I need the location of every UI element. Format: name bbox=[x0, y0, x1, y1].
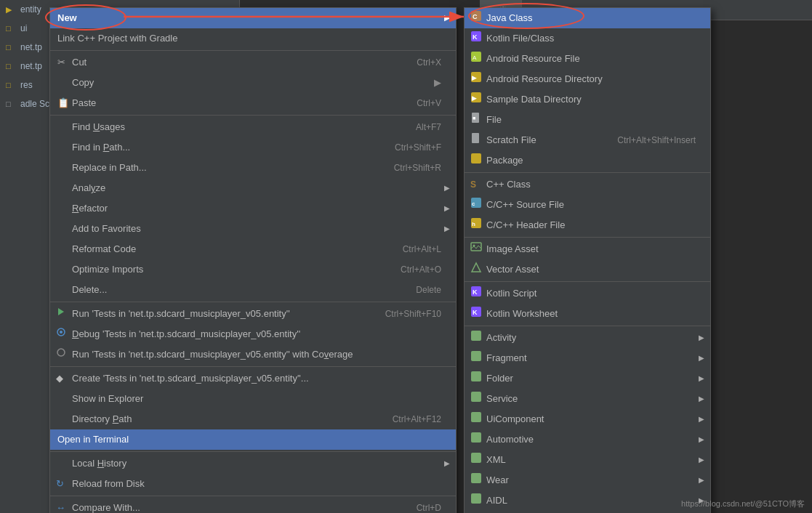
file-icon: ■ bbox=[470, 112, 482, 129]
kotlin-script-icon: K bbox=[470, 286, 482, 302]
submenu-item-cpp-source[interactable]: c C/C++ Source File bbox=[465, 195, 710, 215]
separator-6 bbox=[50, 496, 456, 496]
submenu-item-sample-data[interactable]: ▶ Sample Data Directory bbox=[465, 89, 710, 110]
submenu-label-kotlin-worksheet: Kotlin Worksheet bbox=[486, 306, 558, 322]
submenu-item-activity[interactable]: Activity bbox=[465, 328, 710, 348]
xml-icon bbox=[470, 452, 482, 469]
menu-label-compare: Compare With... bbox=[72, 500, 140, 513]
submenu-item-java-class[interactable]: C Java Class bbox=[465, 8, 710, 28]
menu-label-debug: Debug 'Tests in 'net.tp.sdcard_musicplay… bbox=[72, 326, 300, 342]
menu-item-open-terminal[interactable]: Open in Terminal bbox=[50, 429, 456, 450]
svg-text:K: K bbox=[473, 33, 478, 41]
menu-item-add-favorites[interactable]: Add to Favorites bbox=[50, 219, 456, 239]
menu-item-cut[interactable]: ✂ Cut Ctrl+X bbox=[50, 52, 456, 73]
menu-item-replace-path[interactable]: Replace in Path... Ctrl+Shift+R bbox=[50, 158, 456, 178]
menu-item-compare[interactable]: ↔ Compare With... Ctrl+D bbox=[50, 498, 456, 513]
submenu-label-file: File bbox=[486, 112, 502, 128]
submenu-label-android-resource-file: Android Resource File bbox=[486, 51, 580, 67]
submenu-item-aidl[interactable]: AIDL bbox=[465, 490, 710, 511]
cut-shortcut: Ctrl+X bbox=[387, 54, 441, 70]
submenu-item-service[interactable]: Service bbox=[465, 389, 710, 409]
submenu-item-folder[interactable]: Folder bbox=[465, 368, 710, 389]
submenu-item-kotlin-worksheet[interactable]: K Kotlin Worksheet bbox=[465, 304, 710, 324]
folder-icon-net2: □ bbox=[6, 58, 17, 74]
menu-item-new[interactable]: New bbox=[50, 8, 456, 28]
submenu-item-image-asset[interactable]: Image Asset bbox=[465, 239, 710, 259]
submenu-item-kotlin-script[interactable]: K Kotlin Script bbox=[465, 283, 710, 304]
menu-item-dir-path[interactable]: Directory Path Ctrl+Alt+F12 bbox=[50, 409, 456, 429]
menu-item-find-usages[interactable]: Find Usages Alt+F7 bbox=[50, 117, 456, 137]
submenu-item-vector-asset[interactable]: Vector Asset bbox=[465, 259, 710, 280]
submenu-label-activity: Activity bbox=[486, 330, 516, 346]
submenu-item-scratch-file[interactable]: Scratch File Ctrl+Alt+Shift+Insert bbox=[465, 130, 710, 150]
submenu-label-cpp-header: C/C++ Header File bbox=[486, 217, 565, 233]
submenu-label-cpp-source: C/C++ Source File bbox=[486, 197, 564, 213]
android-res-file-icon: A bbox=[470, 51, 482, 68]
submenu-item-kotlin-file[interactable]: K Kotlin File/Class bbox=[465, 28, 710, 49]
scratch-file-icon bbox=[470, 132, 482, 149]
submenu-item-automotive[interactable]: Automotive bbox=[465, 429, 710, 450]
submenu-item-wear[interactable]: Wear bbox=[465, 470, 710, 490]
menu-item-find-path[interactable]: Find in Path... Ctrl+Shift+F bbox=[50, 137, 456, 158]
separator-1 bbox=[50, 50, 456, 51]
paste-shortcut: Ctrl+V bbox=[387, 95, 441, 111]
submenu-item-cpp-header[interactable]: h C/C++ Header File bbox=[465, 215, 710, 235]
reload-icon: ↻ bbox=[56, 476, 64, 492]
reformat-shortcut: Ctrl+Alt+L bbox=[374, 241, 441, 257]
menu-item-optimize[interactable]: Optimize Imports Ctrl+Alt+O bbox=[50, 259, 456, 280]
menu-item-show-explorer[interactable]: Show in Explorer bbox=[50, 389, 456, 409]
folder-icon-res: □ bbox=[6, 77, 17, 93]
separator-4 bbox=[50, 366, 456, 367]
delete-shortcut: Delete bbox=[387, 282, 441, 298]
submenu-item-uicomponent[interactable]: UiComponent bbox=[465, 409, 710, 429]
menu-item-refactor[interactable]: Refactor bbox=[50, 198, 456, 219]
svg-rect-30 bbox=[471, 371, 481, 381]
submenu-item-fragment[interactable]: Fragment bbox=[465, 348, 710, 368]
menu-item-local-history[interactable]: Local History bbox=[50, 453, 456, 474]
menu-item-run-coverage[interactable]: Run 'Tests in 'net.tp.sdcard_musicplayer… bbox=[50, 344, 456, 365]
optimize-shortcut: Ctrl+Alt+O bbox=[371, 262, 441, 278]
menu-item-create-tests[interactable]: ◆ Create 'Tests in 'net.tp.sdcard_musicp… bbox=[50, 368, 456, 389]
submenu-label-java-class: Java Class bbox=[486, 10, 533, 26]
submenu-item-package[interactable]: Package bbox=[465, 150, 710, 171]
submenu-item-cpp-class[interactable]: S C++ Class bbox=[465, 174, 710, 195]
menu-label-run: Run 'Tests in 'net.tp.sdcard_musicplayer… bbox=[72, 306, 290, 322]
svg-text:K: K bbox=[473, 288, 478, 296]
submenu-item-android-resource-file[interactable]: A Android Resource File bbox=[465, 49, 710, 69]
submenu-label-image-asset: Image Asset bbox=[486, 241, 539, 257]
svg-text:h: h bbox=[472, 221, 475, 227]
java-class-icon: C bbox=[470, 10, 482, 27]
sub-sep-1 bbox=[465, 172, 710, 173]
cpp-source-icon: c bbox=[470, 197, 482, 214]
wear-icon bbox=[470, 472, 482, 489]
submenu-item-file[interactable]: ■ File bbox=[465, 110, 710, 130]
activity-icon bbox=[470, 330, 482, 347]
automotive-icon bbox=[470, 432, 482, 448]
svg-rect-17 bbox=[471, 153, 481, 163]
menu-label-find-usages: Find Usages bbox=[72, 119, 125, 135]
menu-item-copy[interactable]: Copy ▶ bbox=[50, 73, 456, 93]
submenu: C Java Class K Kotlin File/Class A Andro… bbox=[464, 7, 711, 513]
menu-item-reformat[interactable]: Reformat Code Ctrl+Alt+L bbox=[50, 239, 456, 259]
menu-item-link-cpp[interactable]: Link C++ Project with Gradle bbox=[50, 28, 456, 49]
coverage-icon bbox=[56, 347, 66, 363]
menu-item-run[interactable]: Run 'Tests in 'net.tp.sdcard_musicplayer… bbox=[50, 304, 456, 324]
svg-rect-33 bbox=[471, 432, 481, 443]
separator-3 bbox=[50, 302, 456, 302]
menu-item-analyze[interactable]: Analyze bbox=[50, 178, 456, 198]
folder-submenu-icon bbox=[470, 371, 482, 387]
submenu-label-xml: XML bbox=[486, 452, 506, 468]
menu-label-create-tests: Create 'Tests in 'net.tp.sdcard_musicpla… bbox=[72, 371, 309, 387]
copy-arrow: ▶ bbox=[405, 75, 441, 91]
submenu-item-android-resource-dir[interactable]: ▶ Android Resource Directory bbox=[465, 69, 710, 89]
submenu-label-service: Service bbox=[486, 391, 518, 407]
submenu-item-xml[interactable]: XML bbox=[465, 450, 710, 470]
svg-text:▶: ▶ bbox=[472, 74, 477, 81]
menu-label-run-coverage: Run 'Tests in 'net.tp.sdcard_musicplayer… bbox=[72, 347, 353, 363]
menu-item-paste[interactable]: 📋 Paste Ctrl+V bbox=[50, 93, 456, 113]
dir-path-shortcut: Ctrl+Alt+F12 bbox=[363, 411, 441, 427]
svg-point-3 bbox=[57, 349, 65, 356]
menu-item-debug[interactable]: Debug 'Tests in 'net.tp.sdcard_musicplay… bbox=[50, 324, 456, 344]
menu-item-reload[interactable]: ↻ Reload from Disk bbox=[50, 474, 456, 494]
menu-item-delete[interactable]: Delete... Delete bbox=[50, 280, 456, 300]
